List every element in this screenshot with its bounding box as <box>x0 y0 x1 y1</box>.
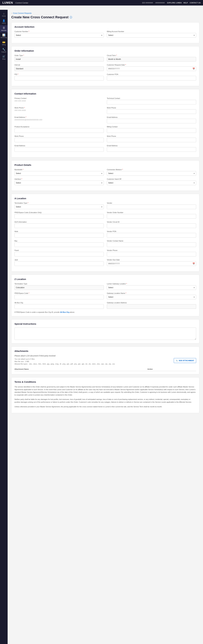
customer-request-date-wrap: 📅 <box>107 66 196 71</box>
product-email-input[interactable] <box>14 147 104 152</box>
customer-request-date-input[interactable] <box>107 66 196 71</box>
a-vendor-order-input[interactable] <box>107 214 196 218</box>
a-vendor-phone-input[interactable] <box>107 252 196 256</box>
z-termination-type-field: Termination Type <box>14 283 104 290</box>
a-prid-input[interactable] <box>14 214 104 218</box>
breadcrumb-arrow: ‹ <box>11 12 12 14</box>
explore-lumen-link[interactable]: EXPLORE LUMEN <box>167 2 182 4</box>
sidebar-item-shop[interactable]: 🛒 Shop <box>0 54 8 61</box>
a-vendor-pon-input[interactable] <box>107 233 196 238</box>
user-value: ########## <box>155 2 165 4</box>
help-link[interactable]: HELP <box>183 2 188 4</box>
info-icon[interactable]: i <box>70 16 72 18</box>
terms-section: Terms & Conditions The service identifie… <box>11 377 199 413</box>
order-row-3: PID * Customer PON <box>14 74 196 80</box>
breadcrumb-parent[interactable]: Cross Connect Requests <box>13 12 31 14</box>
sidebar-item-home[interactable]: ⌂ Home <box>0 11 8 18</box>
a-termination-type-wrap: Select ▼ <box>14 204 104 209</box>
customer-hand-off-wrap: Select ▼ <box>107 180 196 185</box>
special-instructions-section: Special Instructions <box>11 319 199 344</box>
interface-field: Interface * Select ▼ <box>14 178 104 185</box>
billing-account-select[interactable]: Select <box>107 33 196 38</box>
a-aisle-input[interactable] <box>14 233 104 238</box>
a-loc-row-7: Jack Vendor Due Date 📅 <box>14 259 196 266</box>
z-prid-input[interactable] <box>14 295 104 299</box>
a-vendor-order-field: Vendor Order Number <box>107 212 196 218</box>
connection-medium-field: Connection Medium * Select ▼ <box>107 169 196 176</box>
technical-email-field: Email Address <box>107 116 196 123</box>
customer-request-date-field: Customer Request Date * 📅 <box>107 64 196 71</box>
technical-contact-input[interactable] <box>107 100 196 104</box>
bandwidth-wrap: Select ▼ <box>14 171 104 176</box>
sidebar-item-monitoring[interactable]: 📊 Monitoring <box>0 32 8 40</box>
top-bar-right: EID ######## ########## EXPLORE LUMEN HE… <box>142 2 201 4</box>
a-panel-input[interactable] <box>14 252 104 256</box>
attach-col-action: Action <box>148 367 196 371</box>
breadcrumb[interactable]: ‹ Cross Connect Requests <box>11 12 199 14</box>
z-gateway-location-address-label: Gateway Location Address <box>107 302 196 304</box>
terms-para-2: Neither party shall be liable for any da… <box>14 398 196 404</box>
interface-wrap: Select ▼ <box>14 180 104 185</box>
connection-medium-select[interactable]: Select <box>107 171 196 176</box>
technical-email-input[interactable] <box>107 119 196 123</box>
account-selection-title: Account Selection <box>14 26 196 28</box>
primary-work-phone-value: ###-###-#### <box>14 109 104 112</box>
a-jack-input[interactable] <box>14 261 104 266</box>
z-lumen-gateway-select[interactable]: Select <box>107 285 196 290</box>
attachments-note: Please attach LOA document if third part… <box>14 355 196 357</box>
attach-info-block: You can attach up to 5 files. Max file s… <box>14 358 115 366</box>
support-icon: 🔧 <box>2 48 5 51</box>
customer-number-select[interactable]: Select <box>14 33 104 38</box>
a-jack-field: Jack <box>14 259 104 266</box>
pid-input[interactable] <box>14 76 104 80</box>
contact-row-2: Work Phone * ###-###-#### Work Phone <box>14 107 196 114</box>
sidebar-item-admin[interactable]: 👤 Admin <box>0 18 8 25</box>
billing-contact-input[interactable] <box>107 128 196 133</box>
a-vendor-contact-input[interactable] <box>107 242 196 247</box>
page-title: Create New Cross Connect Request i <box>11 15 199 19</box>
sidebar-item-services[interactable]: ☰ Services <box>0 25 8 32</box>
a-vendor-due-date-wrap: 📅 <box>107 261 196 266</box>
product-acceptance-field: Product Acceptance <box>14 126 104 133</box>
a-aisle-label: Aisle <box>14 230 104 232</box>
bandwidth-select[interactable]: Select <box>14 171 104 176</box>
billing-work-phone-input[interactable] <box>107 138 196 142</box>
contact-us-link[interactable]: CONTACT US <box>190 2 201 4</box>
contact-row-4: Product Acceptance Billing Contact <box>14 126 196 133</box>
technical-work-phone-input[interactable] <box>107 109 196 114</box>
product-work-phone-input[interactable] <box>14 138 104 142</box>
circuit-term-input <box>107 57 196 62</box>
a-termination-type-select[interactable]: Select <box>14 204 104 209</box>
customer-pon-input[interactable] <box>107 76 196 80</box>
product-acceptance-input[interactable] <box>14 128 104 133</box>
z-alt-bus-org-label: Alt Bus Org <box>14 302 104 304</box>
shop-icon: 🛒 <box>2 55 5 58</box>
customer-hand-off-select[interactable]: Select <box>107 180 196 185</box>
z-gateway-location-name-select[interactable]: Select <box>107 295 196 299</box>
primary-contact-field: Primary Contact ###-###-#### <box>14 98 104 104</box>
interval-input <box>14 66 104 71</box>
order-information-section: Order Information Order Type * Circuit T… <box>11 46 199 86</box>
sidebar-item-support[interactable]: 🔧 Support <box>0 47 8 54</box>
special-instructions-textarea[interactable] <box>14 328 196 340</box>
main-content: ‹ Cross Connect Requests Create New Cros… <box>8 10 203 644</box>
interface-select[interactable]: Select <box>14 180 104 185</box>
a-dlr-label: DLR Information <box>14 221 104 223</box>
a-vendor-due-date-input[interactable] <box>107 261 196 266</box>
a-jack-label: Jack <box>14 259 104 261</box>
sidebar-item-billing[interactable]: 💳 Billing <box>0 40 8 47</box>
home-icon: ⌂ <box>3 12 4 15</box>
eid-value: EID ######## <box>142 2 153 4</box>
z-location-title: Z Location <box>14 278 196 280</box>
billing-contact-field: Billing Contact <box>107 126 196 133</box>
add-attachment-button[interactable]: 📎 ADD ATTACHMENT <box>174 358 196 363</box>
attach-col-name: Attachment Name <box>14 367 148 371</box>
account-selection-row: Customer Number * Select ▼ Billing Accou… <box>14 30 196 38</box>
a-bay-input[interactable] <box>14 242 104 247</box>
billing-email-input[interactable] <box>107 147 196 152</box>
a-vendor-circuit-input[interactable] <box>107 224 196 228</box>
customer-request-date-label: Customer Request Date * <box>107 64 196 66</box>
z-alt-bus-org-input[interactable] <box>14 304 104 309</box>
a-vendor-input[interactable] <box>107 204 196 209</box>
a-dlr-input[interactable] <box>14 224 104 228</box>
